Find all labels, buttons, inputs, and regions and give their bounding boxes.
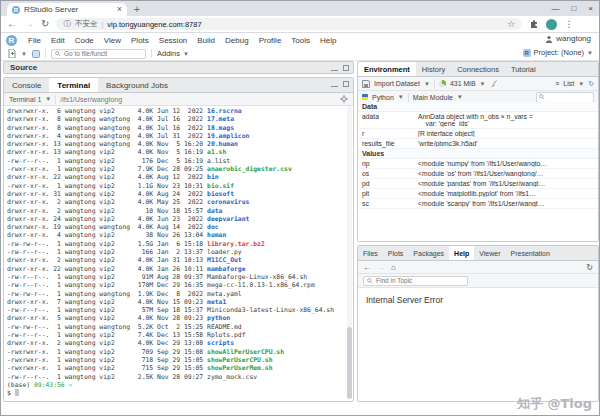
minimize-pane-icon[interactable] xyxy=(331,86,338,87)
menu-session[interactable]: Session xyxy=(154,36,192,45)
env-row-os[interactable]: os<module 'os' from '/ifs1/User/wangtong… xyxy=(358,169,598,179)
memory-caret-icon[interactable]: ▼ xyxy=(480,81,486,87)
tab-close-icon[interactable]: × xyxy=(117,5,122,14)
browser-menu-icon[interactable]: ⋮ xyxy=(564,19,573,29)
tab-viewer[interactable]: Viewer xyxy=(474,246,505,260)
save-icon[interactable] xyxy=(362,80,370,88)
new-tab-button[interactable]: + xyxy=(134,4,140,15)
goto-file-input[interactable] xyxy=(64,50,142,57)
env-row-adata[interactable]: adataAnnData object with n_obs × n_vars … xyxy=(358,112,598,129)
terminal-line: drwxr-xr-x. 5 wangtong vip2 4.0K Nov 28 … xyxy=(7,314,350,322)
environment-search-box[interactable] xyxy=(536,92,594,103)
list-view-caret-icon[interactable]: ▼ xyxy=(578,81,584,87)
window-close-button[interactable]: × xyxy=(588,4,593,13)
help-back-icon[interactable]: ← xyxy=(363,263,371,272)
list-view-label[interactable]: List xyxy=(563,80,574,87)
module-caret-icon[interactable]: ▼ xyxy=(457,94,463,100)
language-caret-icon[interactable]: ▼ xyxy=(398,94,404,100)
tab-tutorial[interactable]: Tutorial xyxy=(505,62,542,76)
env-row-r[interactable]: r[R interface object] xyxy=(358,129,598,139)
menu-file[interactable]: File xyxy=(23,36,46,45)
terminal-line: drwxr-xr-x. 22 wangtong vip2 4.0K Jan 26… xyxy=(7,265,350,273)
menu-view[interactable]: View xyxy=(99,36,126,45)
import-dataset-caret-icon[interactable]: ▼ xyxy=(424,81,430,87)
language-selector[interactable]: Python xyxy=(372,94,394,101)
project-selector[interactable]: R Project: (None) ▼ xyxy=(523,48,593,57)
search-icon xyxy=(367,278,373,284)
refresh-icon[interactable]: ↻ xyxy=(588,80,594,88)
environment-search-input[interactable] xyxy=(547,93,587,102)
terminal-line: -rwxrwxr-x. 1 wangtong vip2 715 Sep 29 1… xyxy=(7,364,350,372)
address-bar[interactable]: ⓘ 不安全 | vip.tongyuangene.com:8787 ☆ xyxy=(56,18,522,30)
module-selector[interactable]: Main Module xyxy=(413,94,453,101)
find-in-topic-input[interactable] xyxy=(376,277,464,284)
help-forward-icon[interactable]: → xyxy=(377,263,385,272)
tab-help[interactable]: Help xyxy=(449,246,474,260)
forward-icon[interactable]: → xyxy=(24,19,34,29)
maximize-pane-icon[interactable] xyxy=(343,65,349,71)
maximize-pane-icon[interactable] xyxy=(343,81,349,87)
menu-plots[interactable]: Plots xyxy=(126,36,154,45)
tab-environment[interactable]: Environment xyxy=(358,62,416,76)
env-row-pd[interactable]: pd<module 'pandas' from '/ifs1/User/wang… xyxy=(358,179,598,189)
menu-code[interactable]: Code xyxy=(70,36,99,45)
terminal-input-line[interactable]: $ xyxy=(7,389,350,397)
browser-tab[interactable]: R RStudio Server × xyxy=(7,3,127,16)
find-in-topic-box[interactable] xyxy=(363,276,468,286)
extensions-icon[interactable] xyxy=(529,19,539,29)
new-file-icon[interactable] xyxy=(8,49,16,58)
menu-tools[interactable]: Tools xyxy=(286,36,315,45)
menu-help[interactable]: Help xyxy=(315,36,341,45)
env-row-plt[interactable]: plt<module 'matplotlib.pyplot' from '/if… xyxy=(358,189,598,199)
tab-history[interactable]: History xyxy=(416,62,451,76)
window-minimize-button[interactable]: — xyxy=(551,4,559,13)
terminal-output[interactable]: drwxrwxr-x. 6 wangtong vip2 4.0K Jun 12 … xyxy=(4,105,353,401)
addins-button[interactable]: Addins ▼ xyxy=(157,49,189,58)
help-refresh-icon[interactable]: ↻ xyxy=(586,263,593,272)
memory-usage-label[interactable]: 431 MiB xyxy=(450,80,476,87)
import-dataset-button[interactable]: Import Dataset xyxy=(374,80,420,87)
tab-packages[interactable]: Packages xyxy=(408,246,449,260)
menu-debug[interactable]: Debug xyxy=(220,36,254,45)
tab-connections[interactable]: Connections xyxy=(451,62,505,76)
tab-presentation[interactable]: Presentation xyxy=(506,246,555,260)
menu-profile[interactable]: Profile xyxy=(254,36,287,45)
env-row-sc[interactable]: sc<module 'scanpy' from '/ifs1/User/wang… xyxy=(358,199,598,209)
site-info-icon[interactable]: ⓘ xyxy=(63,19,71,29)
file-name: M11CC_Out xyxy=(207,256,242,264)
user-menu[interactable]: wangtong xyxy=(545,34,591,43)
terminal-selector[interactable]: Terminal 1 xyxy=(9,96,41,103)
env-row-results_file[interactable]: results_file'write/pbmc3k.h5ad' xyxy=(358,139,598,149)
tab-plots[interactable]: Plots xyxy=(383,246,409,260)
url-text[interactable]: vip.tongyuangene.com:8787 xyxy=(107,20,201,29)
tab-background-jobs[interactable]: Background Jobs xyxy=(98,78,176,92)
env-row-np[interactable]: np<module 'numpy' from '/ifs1/User/wangt… xyxy=(358,159,598,169)
minimize-pane-icon[interactable] xyxy=(331,70,338,71)
reload-icon[interactable]: ↻ xyxy=(41,19,49,29)
new-project-icon[interactable] xyxy=(32,50,40,58)
home-icon[interactable]: ⌂ xyxy=(391,263,396,272)
scrollbar-thumb[interactable] xyxy=(347,327,352,399)
terminal-selector-caret-icon[interactable]: ▼ xyxy=(45,96,51,102)
window-maximize-button[interactable]: □ xyxy=(571,4,576,13)
terminal-scrollbar[interactable] xyxy=(347,106,352,399)
tab-files[interactable]: Files xyxy=(358,246,383,260)
file-name: Miniconda3-latest-Linux-x86_64.sh xyxy=(207,306,334,314)
list-view-icon[interactable]: ≡ xyxy=(555,80,559,87)
bookmark-star-icon[interactable]: ☆ xyxy=(507,19,515,29)
file-name: zymo_mock.csv xyxy=(207,373,257,381)
back-icon[interactable]: ← xyxy=(7,19,17,29)
new-file-caret-icon[interactable]: ▼ xyxy=(21,51,27,57)
menu-edit[interactable]: Edit xyxy=(46,36,70,45)
tab-terminal[interactable]: Terminal xyxy=(49,78,98,92)
memory-gauge-icon[interactable] xyxy=(439,80,446,87)
terminal-line: -rwxrwxr-x. 1 wangtong vip2 718 Sep 29 1… xyxy=(7,356,350,364)
tab-console[interactable]: Console xyxy=(4,78,49,92)
gear-icon[interactable] xyxy=(340,95,348,103)
browser-profile-avatar[interactable] xyxy=(546,19,557,30)
file-name: 20.human xyxy=(207,140,238,148)
goto-file-box[interactable] xyxy=(51,49,146,59)
menu-build[interactable]: Build xyxy=(192,36,220,45)
env-var-value: [R interface object] xyxy=(418,130,594,137)
broom-icon[interactable] xyxy=(490,80,498,88)
